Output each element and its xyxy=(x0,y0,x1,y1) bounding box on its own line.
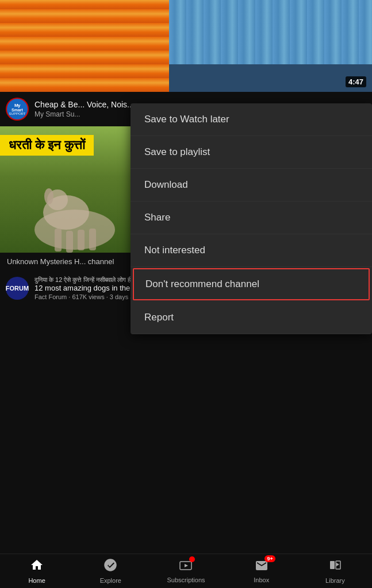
inbox-count: 9+ xyxy=(264,555,275,562)
library-icon xyxy=(328,558,342,575)
inbox-badge: 9+ xyxy=(255,559,269,575)
nav-label-home: Home xyxy=(28,577,45,584)
video-thumbnail[interactable]: 4:47 xyxy=(0,0,372,92)
explore-icon xyxy=(103,558,117,575)
nav-item-home[interactable]: Home xyxy=(20,558,54,584)
menu-item-playlist[interactable]: Save to playlist xyxy=(131,136,372,169)
menu-item-report[interactable]: Report xyxy=(131,301,372,334)
svg-rect-17 xyxy=(330,561,335,569)
home-icon xyxy=(30,558,44,575)
subscriptions-dot xyxy=(189,556,195,562)
subscriptions-badge xyxy=(179,559,193,575)
bottom-nav: Home Explore Subscriptions 9 xyxy=(0,554,372,588)
nav-label-library: Library xyxy=(325,577,345,584)
menu-item-dont-recommend[interactable]: Don't recommend channel xyxy=(133,268,370,300)
nav-item-explore[interactable]: Explore xyxy=(93,558,128,584)
svg-marker-16 xyxy=(185,564,188,567)
video-timer: 4:47 xyxy=(346,76,366,87)
svg-marker-19 xyxy=(336,563,339,566)
context-menu: Save to Watch later Save to playlist Dow… xyxy=(131,103,372,334)
nav-item-subscriptions[interactable]: Subscriptions xyxy=(167,559,205,583)
nav-label-inbox: Inbox xyxy=(254,577,269,583)
context-menu-overlay: Save to Watch later Save to playlist Dow… xyxy=(0,92,372,554)
nav-label-subscriptions: Subscriptions xyxy=(167,577,205,583)
menu-item-download[interactable]: Download xyxy=(131,169,372,202)
menu-item-watch-later[interactable]: Save to Watch later xyxy=(131,103,372,136)
menu-item-share[interactable]: Share xyxy=(131,202,372,234)
nav-item-inbox[interactable]: 9+ Inbox xyxy=(244,559,279,583)
menu-item-not-interested[interactable]: Not interested xyxy=(131,234,372,267)
nav-item-library[interactable]: Library xyxy=(318,558,352,584)
nav-label-explore: Explore xyxy=(100,577,121,584)
